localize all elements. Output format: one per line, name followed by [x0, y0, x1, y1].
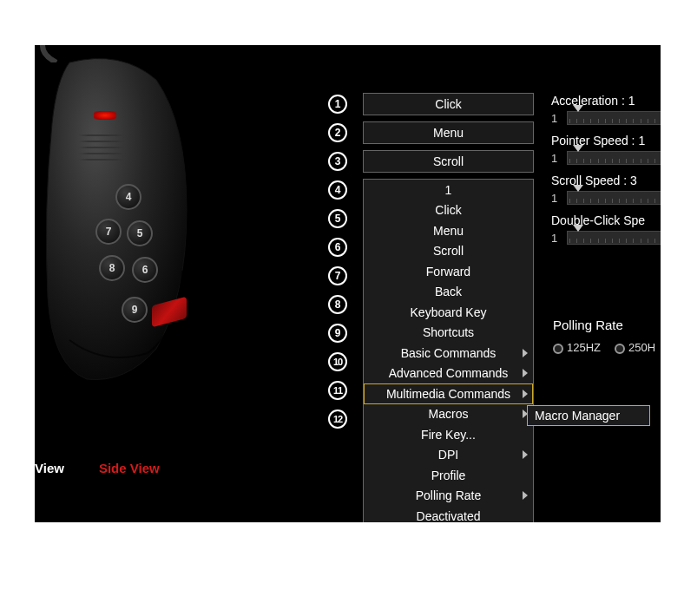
dropdown-item[interactable]: Multimedia Commands [364, 383, 533, 404]
slider-label: Scroll Speed : 3 [551, 174, 661, 187]
slider-track[interactable] [567, 151, 661, 165]
button-row-2: 2Menu [328, 121, 534, 145]
dropdown-item[interactable]: Polling Rate [364, 486, 533, 507]
slider-thumb-icon[interactable] [573, 185, 583, 192]
slider-min-label: 1 [551, 232, 560, 245]
button-number-badge: 3 [328, 152, 347, 171]
slider-min-label: 1 [551, 112, 560, 125]
dropdown-item[interactable]: Menu [364, 220, 533, 241]
slider-track[interactable] [567, 111, 661, 125]
dropdown-item[interactable]: Fire Key... [364, 424, 533, 445]
mouse-led-icon [94, 111, 116, 120]
slider-min-label: 1 [551, 192, 560, 205]
polling-rate-125[interactable]: 125HZ [553, 341, 601, 354]
slider-block: Scroll Speed : 31 [551, 174, 661, 205]
mouse-image: 4 7 5 8 6 9 [35, 45, 243, 444]
mouse-config-window: 4 7 5 8 6 9 View Side View 1Click2Menu3S… [35, 45, 661, 522]
polling-rate-group: Polling Rate 125HZ 250H [553, 318, 661, 354]
button-number-badge: 2 [328, 123, 347, 142]
dropdown-item[interactable]: DPI [364, 445, 533, 466]
button-number-badge: 12 [328, 410, 347, 429]
button-number-badge: 11 [328, 381, 347, 400]
slider-thumb-icon[interactable] [573, 225, 583, 232]
mouse-body: 4 7 5 8 6 9 [43, 54, 191, 383]
button-number-badge: 1 [328, 95, 347, 114]
button-number-badge: 10 [328, 352, 347, 371]
dropdown-item[interactable]: Basic Commands [364, 343, 533, 364]
button-number-badge: 4 [328, 180, 347, 200]
dropdown-item[interactable]: Keyboard Key [364, 302, 533, 323]
slider-label: Acceleration : 1 [551, 94, 661, 108]
view-tabs: View Side View [35, 461, 160, 475]
dropdown-item[interactable]: Advanced Commands [364, 364, 533, 384]
side-button-8: 8 [99, 255, 125, 281]
dropdown-item[interactable]: Scroll [364, 241, 533, 262]
slider-thumb-icon[interactable] [573, 145, 583, 152]
slider-label: Pointer Speed : 1 [551, 134, 661, 147]
sliders-panel: Acceleration : 11Pointer Speed : 11Scrol… [551, 94, 661, 253]
dropdown-item[interactable]: Shortcuts [364, 323, 533, 344]
chevron-right-icon [523, 349, 528, 357]
dropdown-item[interactable]: Macros [364, 404, 533, 425]
dropdown-item[interactable]: Back [364, 282, 533, 303]
tab-front-view[interactable]: View [35, 461, 64, 475]
chevron-right-icon [523, 390, 528, 398]
dropdown-item[interactable]: 1 [364, 180, 533, 200]
side-button-9: 9 [122, 297, 148, 323]
chevron-right-icon [523, 491, 528, 500]
slider-thumb-icon[interactable] [573, 105, 583, 112]
polling-rate-250[interactable]: 250H [615, 341, 655, 354]
button-row-3: 3Scroll [328, 149, 534, 174]
side-button-5: 5 [127, 220, 153, 246]
dropdown-item[interactable]: Forward [364, 261, 533, 282]
chevron-right-icon [523, 450, 528, 459]
dropdown-item[interactable]: Deactivated [364, 506, 533, 522]
radio-icon [553, 344, 563, 354]
side-button-4: 4 [115, 184, 141, 210]
polling-rate-title: Polling Rate [553, 318, 661, 332]
dropdown-item[interactable]: Profile [364, 465, 533, 486]
mouse-side-buttons: 4 7 5 8 6 9 [95, 184, 182, 323]
macros-submenu-item[interactable]: Macro Manager [527, 405, 650, 426]
slider-min-label: 1 [551, 152, 560, 165]
slider-block: Acceleration : 11 [551, 94, 661, 125]
slider-block: Double-Click Spe1 [551, 213, 661, 245]
side-button-7: 7 [95, 219, 122, 245]
slider-label: Double-Click Spe [551, 213, 661, 227]
slider-track[interactable] [567, 191, 661, 205]
dropdown-item[interactable]: Click [364, 200, 533, 221]
button-number-badge: 8 [328, 295, 347, 314]
button-number-badge: 9 [328, 324, 347, 343]
button-slot-3[interactable]: Scroll [363, 150, 534, 173]
button-number-badge: 6 [328, 238, 347, 257]
mouse-grille-icon [78, 132, 126, 162]
tab-side-view[interactable]: Side View [99, 461, 160, 475]
button-number-badge: 7 [328, 266, 347, 285]
button-slot-2[interactable]: Menu [363, 121, 534, 144]
button-slot-1[interactable]: Click [363, 93, 534, 115]
button-number-badge: 5 [328, 209, 347, 228]
side-button-6: 6 [132, 257, 158, 283]
chevron-right-icon [523, 369, 528, 377]
slider-track[interactable] [567, 231, 661, 245]
radio-icon [615, 344, 625, 354]
button-row-1: 1Click [328, 92, 534, 116]
slider-block: Pointer Speed : 11 [551, 134, 661, 165]
assignment-dropdown[interactable]: 1ClickMenuScrollForwardBackKeyboard KeyS… [363, 179, 534, 522]
